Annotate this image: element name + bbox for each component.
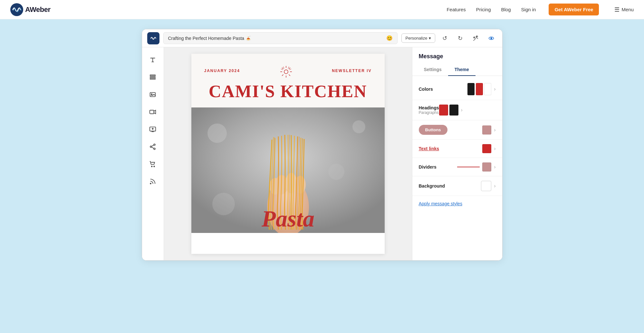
apply-styles-link[interactable]: Apply message styles — [412, 196, 502, 211]
svg-point-35 — [212, 193, 235, 215]
email-image: Pasta — [191, 107, 385, 233]
svg-rect-10 — [150, 110, 154, 114]
svg-text:Pasta: Pasta — [261, 206, 314, 232]
svg-line-29 — [281, 69, 283, 70]
logo-text: AWeber — [25, 5, 51, 14]
editor-logo-icon — [149, 34, 157, 42]
colors-swatches — [467, 83, 491, 95]
svg-line-30 — [289, 69, 291, 70]
svg-point-12 — [154, 144, 155, 145]
headings-row[interactable]: Headings Paragraphs › — [412, 100, 502, 120]
svg-point-33 — [352, 120, 365, 133]
cart-icon — [149, 161, 156, 168]
screen-icon — [149, 126, 156, 133]
dividers-label: Dividers — [419, 164, 457, 170]
headings-sub: Paragraphs — [419, 110, 439, 115]
canvas-area: JANUARY 2024 — [164, 47, 412, 260]
color-swatch-dark — [467, 83, 475, 95]
nav-blog[interactable]: Blog — [501, 7, 511, 12]
pasta-image: Pasta — [191, 107, 385, 233]
text-links-row[interactable]: Text links › — [412, 140, 502, 158]
dividers-row[interactable]: Dividers › — [412, 158, 502, 176]
topbar-actions: ↺ ↻ — [439, 32, 497, 44]
redo-button[interactable]: ↻ — [455, 32, 466, 44]
layout-icon — [149, 74, 156, 81]
sunburst-icon — [276, 63, 296, 79]
headings-main: Headings — [419, 105, 439, 110]
text-links-color — [482, 144, 491, 153]
background-label: Background — [419, 183, 481, 189]
editor-topbar: Crafting the Perfect Homemade Pasta 🍝 😊 … — [142, 29, 502, 47]
svg-line-26 — [289, 75, 290, 76]
svg-rect-7 — [150, 79, 156, 79]
cta-button[interactable]: Get AWeber Free — [549, 4, 599, 15]
cart-tool[interactable] — [145, 157, 160, 171]
text-tool[interactable] — [145, 52, 160, 67]
text-links-label: Text links — [419, 146, 483, 151]
color-swatch-red — [476, 83, 483, 95]
share-tool[interactable] — [145, 139, 160, 154]
top-nav: AWeber Features Pricing Blog Sign in Get… — [0, 0, 644, 19]
menu-button[interactable]: ☰ Menu — [614, 6, 634, 13]
svg-point-18 — [284, 70, 288, 74]
email-header: JANUARY 2024 — [191, 54, 385, 107]
headings-color-red — [439, 105, 448, 116]
chevron-right-icon: › — [461, 107, 463, 113]
buttons-row[interactable]: Buttons › — [412, 120, 502, 140]
email-date: JANUARY 2024 — [204, 69, 240, 73]
subject-field[interactable]: Crafting the Perfect Homemade Pasta 🍝 😊 — [163, 32, 398, 44]
feed-tool[interactable] — [145, 174, 160, 189]
background-swatch — [481, 181, 491, 191]
video-tool[interactable] — [145, 105, 160, 119]
right-panel: Message Settings Theme Colors › — [412, 47, 502, 260]
hamburger-icon: ☰ — [614, 6, 620, 13]
svg-line-25 — [282, 75, 283, 76]
layout-tool[interactable] — [145, 70, 160, 85]
svg-point-14 — [154, 148, 155, 150]
colors-label: Colors — [419, 87, 468, 92]
svg-line-24 — [289, 68, 290, 69]
tab-settings[interactable]: Settings — [418, 64, 448, 76]
tab-theme[interactable]: Theme — [448, 64, 476, 76]
nav-signin[interactable]: Sign in — [521, 7, 536, 12]
share-icon — [149, 143, 156, 150]
undo-button[interactable]: ↺ — [439, 32, 451, 44]
text-icon — [149, 56, 156, 63]
svg-line-28 — [288, 67, 289, 69]
colors-row[interactable]: Colors › — [412, 79, 502, 100]
nav-pricing[interactable]: Pricing — [476, 7, 491, 12]
panel-tabs: Settings Theme — [412, 64, 502, 76]
email-canvas: JANUARY 2024 — [191, 54, 385, 254]
rss-icon — [149, 178, 156, 185]
personalize-button[interactable]: Personalize ▾ — [401, 33, 435, 43]
eye-icon — [488, 35, 495, 42]
svg-point-13 — [150, 146, 152, 148]
svg-point-9 — [151, 94, 152, 95]
chevron-right-icon: › — [494, 127, 495, 133]
image-tool[interactable] — [145, 87, 160, 102]
logo[interactable]: AWeber — [10, 3, 51, 16]
magic-wand-button[interactable] — [470, 32, 482, 44]
svg-point-34 — [328, 164, 344, 180]
wand-icon — [473, 35, 479, 42]
buttons-preview[interactable]: Buttons — [419, 125, 447, 135]
nav-features[interactable]: Features — [447, 7, 466, 12]
email-newsletter: NEWSLETTER IV — [332, 69, 371, 73]
screen-tool[interactable] — [145, 122, 160, 137]
chevron-right-icon: › — [494, 146, 495, 152]
preview-button[interactable] — [485, 32, 497, 44]
svg-point-16 — [154, 166, 155, 167]
background-row[interactable]: Background › — [412, 176, 502, 196]
menu-label: Menu — [621, 7, 634, 12]
svg-rect-6 — [150, 77, 156, 78]
email-title: CAMI'S KITCHEN — [204, 82, 372, 101]
headings-swatches — [439, 105, 458, 116]
chevron-right-icon: › — [494, 164, 495, 170]
svg-point-17 — [150, 183, 151, 184]
tool-sidebar — [142, 47, 164, 260]
chevron-right-icon: › — [494, 86, 495, 92]
divider-preview — [457, 167, 480, 167]
svg-point-32 — [207, 124, 227, 143]
main-area: Crafting the Perfect Homemade Pasta 🍝 😊 … — [0, 19, 644, 333]
image-icon — [149, 91, 156, 98]
